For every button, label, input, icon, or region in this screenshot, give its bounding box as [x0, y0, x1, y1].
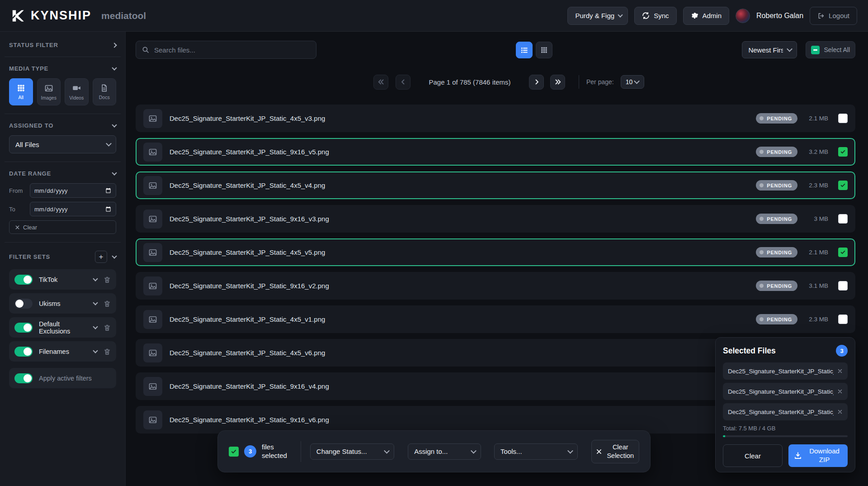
status-dot-icon	[760, 317, 764, 321]
date-from-input[interactable]	[30, 183, 116, 198]
selected-files-panel: Selected Files 3 Dec25_Signature_Starter…	[715, 337, 855, 472]
organization-selector-value: Purdy & Figg	[575, 12, 614, 19]
file-row[interactable]: Dec25_Signature_StarterKit_JP_Static_4x5…	[136, 238, 855, 266]
change-status-select[interactable]: Change Status...	[310, 443, 394, 460]
bulk-select-checkbox[interactable]	[229, 447, 239, 457]
chevron-down-icon[interactable]	[112, 170, 117, 175]
grid-view-button[interactable]	[536, 42, 552, 58]
date-to-input[interactable]	[30, 202, 116, 216]
file-row[interactable]: Dec25_Signature_StarterKit_JP_Static_9x1…	[136, 272, 855, 300]
trash-icon[interactable]	[104, 276, 111, 283]
filter-set-toggle[interactable]	[14, 275, 33, 285]
file-thumbnail	[143, 176, 162, 195]
double-chevron-right-icon	[554, 78, 562, 86]
filter-set-toggle[interactable]	[14, 323, 33, 333]
file-thumbnail	[143, 210, 162, 229]
clear-dates-button[interactable]: Clear	[9, 220, 116, 234]
file-row[interactable]: Dec25_Signature_StarterKit_JP_Static_4x5…	[136, 305, 855, 333]
video-icon	[72, 83, 81, 93]
remove-file-icon[interactable]	[837, 409, 843, 415]
next-page-button[interactable]	[529, 75, 544, 90]
remove-file-icon[interactable]	[837, 368, 843, 374]
media-type-images-button[interactable]: Images	[37, 78, 61, 105]
chevron-down-icon[interactable]	[112, 253, 117, 258]
logout-button[interactable]: Logout	[810, 7, 857, 25]
status-dot-icon	[760, 150, 764, 154]
download-zip-button[interactable]: Download ZIP	[788, 444, 848, 467]
trash-icon[interactable]	[104, 300, 111, 307]
file-name: Dec25_Signature_StarterKit_JP_Static_4x5…	[170, 114, 749, 122]
toolbar-right: Newest First Select All	[742, 41, 855, 58]
file-checkbox[interactable]	[838, 114, 848, 123]
sort-select[interactable]: Newest First	[742, 41, 797, 58]
chevron-right-icon[interactable]	[112, 43, 117, 48]
sort-select-wrap: Newest First	[742, 41, 797, 58]
last-page-button[interactable]	[550, 75, 565, 90]
file-name: Dec25_Signature_StarterKit_JP_Static_9x1…	[170, 282, 749, 290]
chevron-down-icon[interactable]	[94, 327, 97, 329]
admin-button[interactable]: Admin	[683, 7, 730, 25]
status-filter-title: STATUS FILTER	[9, 42, 58, 48]
selected-files-title: Selected Files	[723, 346, 776, 356]
chevron-down-icon[interactable]	[94, 279, 97, 281]
file-checkbox[interactable]	[838, 314, 848, 324]
file-checkbox[interactable]	[838, 214, 848, 224]
tools-select[interactable]: Tools...	[494, 443, 578, 460]
assign-to-select[interactable]: Assign to...	[408, 443, 481, 460]
filter-set-card: TikTok	[9, 269, 116, 290]
selected-file-chip: Dec25_Signature_StarterKit_JP_Static_4..…	[723, 383, 848, 400]
per-page-select[interactable]: 10	[621, 75, 644, 89]
files-selected-label: files selected	[262, 443, 292, 460]
search-icon	[142, 46, 150, 54]
status-badge: PENDING	[756, 180, 797, 191]
media-type-all-button[interactable]: All	[9, 78, 33, 105]
file-size: 3.1 MB	[805, 282, 828, 289]
apply-filters-toggle[interactable]	[14, 373, 33, 383]
assigned-to-select[interactable]: All Files	[9, 135, 116, 153]
sync-icon	[642, 12, 650, 19]
remove-file-icon[interactable]	[837, 389, 843, 394]
assigned-to-section: ASSIGNED TO All Files	[0, 122, 125, 153]
panel-clear-button[interactable]: Clear	[723, 444, 783, 467]
file-checkbox[interactable]	[838, 248, 848, 257]
chevron-down-icon[interactable]	[94, 303, 97, 305]
assigned-to-select-wrap: All Files	[9, 135, 116, 153]
download-zip-label: Download ZIP	[807, 447, 843, 464]
file-checkbox[interactable]	[838, 181, 848, 190]
file-checkbox[interactable]	[838, 147, 848, 157]
status-text: PENDING	[767, 216, 792, 222]
organization-selector[interactable]: Purdy & Figg	[567, 7, 628, 25]
trash-icon[interactable]	[104, 348, 111, 355]
logout-icon	[817, 12, 825, 19]
first-page-button[interactable]	[373, 75, 388, 90]
list-view-button[interactable]	[516, 42, 533, 58]
previous-page-button[interactable]	[396, 75, 410, 90]
media-type-docs-button[interactable]: Docs	[93, 78, 117, 105]
file-row[interactable]: Dec25_Signature_StarterKit_JP_Static_4x5…	[136, 105, 855, 132]
status-badge: PENDING	[756, 247, 797, 257]
selected-file-chips: Dec25_Signature_StarterKit_JP_Static_4..…	[723, 362, 848, 420]
add-filter-set-button[interactable]: +	[95, 251, 107, 263]
filter-set-toggle[interactable]	[14, 347, 33, 357]
filter-set-toggle[interactable]	[14, 299, 33, 309]
chevron-down-icon[interactable]	[94, 351, 97, 353]
file-thumbnail	[143, 143, 162, 162]
file-thumbnail	[143, 276, 162, 295]
clear-selection-button[interactable]: Clear Selection	[591, 440, 639, 463]
user-avatar[interactable]	[736, 9, 750, 23]
media-type-videos-button[interactable]: Videos	[65, 78, 89, 105]
sync-button[interactable]: Sync	[634, 7, 676, 25]
select-all-button[interactable]: Select All	[806, 41, 855, 58]
file-row[interactable]: Dec25_Signature_StarterKit_JP_Static_9x1…	[136, 205, 855, 233]
chevron-down-icon[interactable]	[112, 122, 117, 127]
file-row[interactable]: Dec25_Signature_StarterKit_JP_Static_4x5…	[136, 172, 855, 199]
file-checkbox[interactable]	[838, 281, 848, 291]
chevron-down-icon[interactable]	[112, 65, 117, 70]
grid-icon	[17, 84, 25, 92]
select-all-label: Select All	[824, 46, 850, 53]
file-row[interactable]: Dec25_Signature_StarterKit_JP_Static_9x1…	[136, 138, 855, 166]
selected-file-chip-label: Dec25_Signature_StarterKit_JP_Static_4..…	[728, 368, 834, 375]
trash-icon[interactable]	[104, 324, 111, 331]
status-dot-icon	[760, 250, 764, 254]
search-input[interactable]	[136, 41, 316, 59]
